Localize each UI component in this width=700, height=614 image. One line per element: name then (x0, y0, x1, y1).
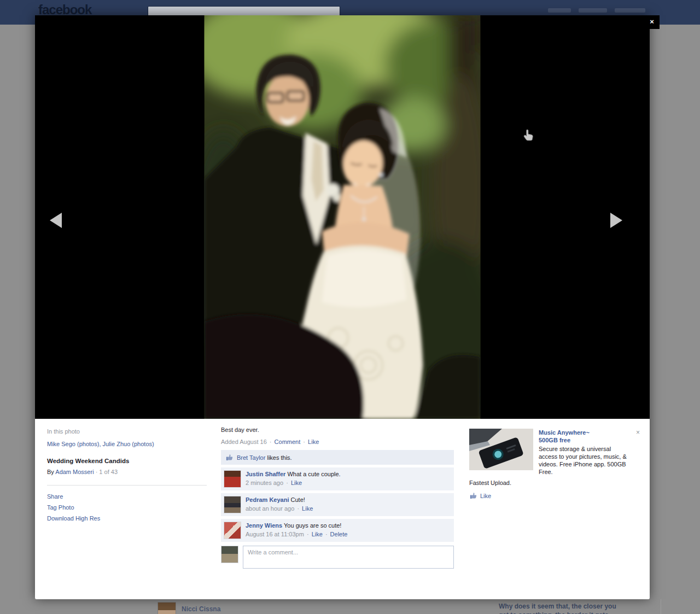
commenter-name-link[interactable]: Pedram Keyani (246, 496, 289, 503)
comment-delete-link[interactable]: Delete (330, 531, 348, 537)
like-link[interactable]: Like (308, 438, 319, 445)
comment-row: Justin Shaffer What a cute couple. 2 min… (221, 467, 454, 490)
separator-dot: · (302, 438, 306, 445)
photo-info-column: In this photo Mike Sego (photos), Julie … (47, 428, 221, 524)
avatar[interactable] (224, 522, 241, 539)
photo-info-panel: In this photo Mike Sego (photos), Julie … (35, 419, 650, 599)
comment-composer (221, 546, 454, 569)
comment-time: about an hour ago (246, 505, 294, 512)
added-date: Added August 16 (221, 438, 267, 445)
divider (47, 485, 207, 486)
thumbs-up-icon (469, 492, 477, 500)
tag-photo-link[interactable]: Tag Photo (47, 502, 221, 513)
avatar (221, 546, 238, 563)
in-this-photo-label: In this photo (47, 428, 221, 436)
separator-dot: · (324, 531, 329, 537)
comment-link[interactable]: Comment (275, 438, 301, 445)
ad-footer-text: Fastest Upload. (469, 479, 640, 487)
comment-meta: about an hour ago · Like (246, 505, 313, 512)
likes-row: Bret Taylor likes this. (221, 450, 454, 465)
background-sidebar-text: Why does it seem that, the closer you ge… (499, 602, 645, 614)
album-title: Wedding Weekend Candids (47, 457, 221, 465)
photo-lightbox: × In this photo Mike Sego (photos), Juli… (35, 15, 650, 599)
likes-text: Bret Taylor likes this. (237, 454, 292, 461)
comment-row: Jenny Wiens You guys are so cute! August… (221, 519, 454, 542)
album-byline: By Adam Mosseri · 1 of 43 (47, 468, 221, 476)
background-commenter-name: Nicci Cissna (182, 605, 220, 613)
separator-dot: · (306, 531, 310, 537)
ad-column: × Music Anywhere~ 500GB free Secure stor… (469, 429, 640, 500)
thumbs-up-icon (225, 453, 234, 461)
previous-photo-arrow-icon[interactable] (50, 213, 62, 228)
ad-like-row: Like (469, 492, 640, 500)
tagged-person-link[interactable]: Mike Sego (photos), (47, 441, 101, 447)
comment-meta: August 16 at 11:03pm · Like · Delete (246, 531, 347, 537)
ad-unit: × Music Anywhere~ 500GB free Secure stor… (469, 429, 640, 476)
liker-name-link[interactable]: Bret Taylor (237, 454, 265, 461)
photo-stage: × (35, 15, 650, 419)
photo-caption: Best day ever. (221, 426, 454, 433)
comment-time: August 16 at 11:03pm (246, 531, 304, 537)
commenter-name-link[interactable]: Jenny Wiens (246, 522, 282, 529)
avatar[interactable] (224, 496, 241, 513)
comment-text: What a cute couple. (287, 471, 340, 477)
wedding-photo-image (205, 15, 481, 419)
comment-like-link[interactable]: Like (291, 479, 302, 486)
separator-dot: · (269, 438, 273, 445)
comment-body: Jenny Wiens You guys are so cute! (246, 522, 347, 530)
comment-text: You guys are so cute! (284, 522, 341, 529)
sidebar-teaser-line1: Why does it seem that, the closer you (499, 602, 645, 611)
wedding-photo[interactable] (205, 15, 481, 419)
comment-like-link[interactable]: Like (302, 505, 313, 512)
ad-title-link[interactable]: Music Anywhere~ 500GB free (539, 429, 604, 444)
write-comment-input[interactable] (243, 546, 454, 569)
comment-body: Justin Shaffer What a cute couple. (246, 470, 341, 478)
album-owner-link[interactable]: Adam Mosseri (55, 469, 94, 475)
separator-dot: · (296, 505, 300, 512)
comment-row: Pedram Keyani Cute! about an hour ago · … (221, 493, 454, 516)
comments-column: Best day ever. Added August 16 · Comment… (221, 426, 454, 569)
ad-close-icon[interactable]: × (636, 429, 640, 436)
commenter-name-link[interactable]: Justin Shaffer (246, 471, 285, 477)
sidebar-teaser-line2: get to something, the harder it gets (499, 611, 645, 614)
download-high-res-link[interactable]: Download High Res (47, 513, 221, 524)
caption-meta: Added August 16 · Comment · Like (221, 438, 454, 445)
avatar (158, 602, 176, 614)
avatar[interactable] (224, 470, 241, 488)
tagged-people: Mike Sego (photos), Julie Zhuo (photos) (47, 440, 221, 448)
comment-like-link[interactable]: Like (312, 531, 323, 537)
comment-meta: 2 minutes ago · Like (246, 479, 341, 486)
nav-link-dimmed (548, 8, 571, 13)
likes-this-label: likes this. (267, 454, 291, 461)
close-icon[interactable]: × (644, 15, 660, 29)
ad-body-text: Secure storage & universal access to you… (539, 445, 631, 476)
separator-dot: · (285, 479, 289, 486)
next-photo-arrow-icon[interactable] (610, 213, 622, 228)
tagged-person-link[interactable]: Julie Zhuo (photos) (103, 441, 154, 447)
share-link[interactable]: Share (47, 491, 221, 502)
nav-link-dimmed (579, 8, 607, 13)
ad-text-block: × Music Anywhere~ 500GB free Secure stor… (539, 429, 640, 476)
hand-cursor-icon (523, 128, 535, 141)
ad-image[interactable] (469, 429, 533, 470)
photo-position: · 1 of 43 (94, 469, 118, 475)
page-column-divider (661, 599, 661, 614)
comment-time: 2 minutes ago (246, 479, 283, 486)
comment-text: Cute! (291, 496, 305, 503)
comment-body: Pedram Keyani Cute! (246, 496, 313, 504)
ad-like-link[interactable]: Like (480, 492, 491, 500)
nav-link-dimmed (615, 8, 645, 13)
by-label: By (47, 469, 55, 475)
